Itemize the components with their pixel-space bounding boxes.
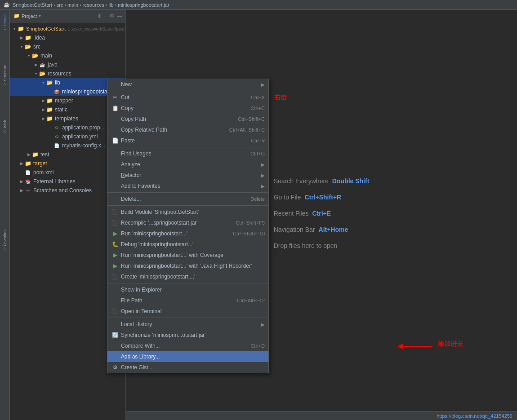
cm-sep5: [107, 283, 268, 283]
cm-run-jfr[interactable]: ▶ Run 'miniospringbootstart...' with 'Ja…: [107, 261, 268, 271]
cm-sep4: [107, 205, 268, 206]
java-icon: ☕: [39, 61, 46, 68]
sidebar-tab-favorites[interactable]: 2: Favorites: [2, 226, 8, 254]
cm-copy-rel-path[interactable]: Copy Relative Path Ctrl+Alt+Shift+C: [107, 124, 268, 135]
left-sidebar-strip: 1: Project 2: Structure 3: Web 2: Favori…: [0, 10, 10, 420]
yml-icon: ⚙: [53, 133, 60, 140]
goto-label: Go to File: [274, 191, 301, 203]
main-icon: 📂: [31, 52, 39, 59]
mapper-arrow: ▶: [40, 98, 46, 103]
cm-refactor[interactable]: Refactor ▶: [107, 170, 268, 181]
sidebar-tab-structure[interactable]: 2: Structure: [2, 61, 8, 89]
sidebar-tab-project[interactable]: 1: Project: [2, 10, 8, 34]
cm-open-terminal[interactable]: ⬛ Open in Terminal: [107, 306, 268, 317]
cm-analyze[interactable]: Analyze ▶: [107, 159, 268, 170]
tree-java[interactable]: ▶ ☕ java: [10, 60, 125, 69]
cm-recompile[interactable]: ⬛ Recompile '...springbootstart.jar' Ctr…: [107, 217, 268, 228]
goto-shortcut: Ctrl+Shift+R: [304, 191, 341, 203]
cm-sync-icon: 🔄: [111, 331, 119, 339]
cm-cut-icon: ✂: [111, 93, 119, 102]
cm-run-coverage[interactable]: ▶ Run 'miniospringbootstart...' with Cov…: [107, 250, 268, 261]
bc-lib: lib: [109, 2, 114, 8]
cm-new-icon: [111, 80, 119, 88]
annotation-rightclick: 右击: [274, 93, 287, 102]
bc-sep2: ›: [64, 2, 66, 8]
cm-cut[interactable]: ✂ Cut Ctrl+X: [107, 92, 268, 103]
cm-debug-icon: 🐛: [111, 240, 119, 248]
cm-recompile-shortcut: Ctrl+Shift+F9: [236, 220, 265, 225]
cm-fav-icon: [111, 182, 119, 190]
extlib-label: External Libraries: [33, 178, 75, 185]
tree-idea[interactable]: ▶ 📁 .idea: [10, 33, 125, 42]
recent-label: Recent Files: [274, 207, 309, 220]
tree-resources[interactable]: ▾ 📂 resources: [10, 69, 125, 78]
tree-root[interactable]: ▾ 📁 SringbootGetStart E:\zyxx_osy\workSp…: [10, 24, 125, 33]
welcome-panel: Search Everywhere Double Shift Go to Fil…: [274, 175, 370, 256]
idea-label: .idea: [33, 35, 45, 41]
cm-compare-shortcut: Ctrl+D: [251, 343, 265, 349]
cm-addlib-label: Add as Library...: [121, 354, 265, 360]
cm-delete-icon: [111, 195, 119, 203]
root-arrow: ▾: [12, 26, 17, 31]
cm-compare[interactable]: Compare With... Ctrl+D: [107, 340, 268, 351]
cm-create-gist[interactable]: ⚙ Create Gist...: [107, 362, 268, 373]
cm-add-library[interactable]: Add as Library...: [107, 351, 268, 362]
cm-copy-path[interactable]: Copy Path Ctrl+Shift+C: [107, 114, 268, 124]
cm-explorer-icon: [111, 286, 119, 294]
resources-arrow: ▾: [33, 71, 39, 76]
breadcrumb: SringbootGetStart › src › main › resourc…: [13, 2, 169, 8]
cm-sep2: [107, 147, 268, 147]
cm-run[interactable]: ▶ Run 'miniospringbootstart...' Ctrl+Shi…: [107, 228, 268, 239]
cm-run-icon: ▶: [111, 230, 119, 238]
cm-jfr-icon: ▶: [111, 262, 119, 270]
cm-delete-label: Delete...: [121, 196, 241, 202]
close-panel-icon[interactable]: —: [117, 13, 122, 19]
cm-delete[interactable]: Delete... Delete: [107, 194, 268, 204]
lib-arrow: ▾: [40, 80, 46, 85]
root-label: SringbootGetStart: [26, 26, 66, 31]
cm-show-explorer[interactable]: Show in Explorer: [107, 284, 268, 295]
cm-debug-label: Debug 'miniospringbootstart...': [121, 241, 265, 248]
cm-history-label: Local History: [121, 321, 258, 327]
cm-file-path[interactable]: File Path Ctrl+Alt+F12: [107, 295, 268, 306]
app-icon: ☕: [4, 2, 10, 8]
tree-main[interactable]: ▾ 📂 main: [10, 51, 125, 60]
cm-create-icon: ⬛: [111, 273, 119, 281]
sync-icon[interactable]: ⊕: [98, 13, 102, 19]
title-bar: ☕ SringbootGetStart › src › main › resou…: [0, 0, 517, 10]
cm-find-icon: [111, 150, 119, 158]
idea-arrow: ▶: [19, 35, 24, 40]
cm-local-history[interactable]: Local History ▶: [107, 319, 268, 330]
cm-paste-shortcut: Ctrl+V: [251, 138, 265, 143]
templates-arrow: ▶: [40, 116, 46, 121]
cm-synchronize[interactable]: 🔄 Synchronize 'miniosprin...otstart.jar': [107, 330, 268, 340]
cm-new-arrow: ▶: [261, 82, 265, 87]
navbar-label: Navigation Bar: [274, 223, 315, 236]
cm-coverage-label: Run 'miniospringbootstart...' with Cover…: [121, 252, 265, 258]
status-url: https://blog.csdn.net/qq_42154259: [437, 413, 513, 419]
target-label: target: [33, 160, 47, 167]
bc-src: src: [57, 2, 63, 8]
collapse-icon[interactable]: ≡: [104, 13, 107, 19]
cm-copy[interactable]: 📋 Copy Ctrl+C: [107, 103, 268, 114]
cm-paste[interactable]: 📄 Paste Ctrl+V: [107, 135, 268, 146]
cm-analyze-icon: [111, 160, 119, 168]
cm-coverage-icon: ▶: [111, 251, 119, 259]
cm-build-module[interactable]: ⬛ Build Module 'SringbootGetStart': [107, 207, 268, 217]
welcome-row-goto: Go to File Ctrl+Shift+R: [274, 191, 370, 203]
cm-add-favorites[interactable]: Add to Favorites ▶: [107, 181, 268, 191]
project-folder-icon: 📁: [13, 13, 20, 19]
cm-paste-label: Paste: [121, 137, 242, 144]
sidebar-tab-web[interactable]: 3: Web: [2, 116, 8, 136]
java-arrow: ▶: [33, 62, 39, 67]
settings-icon[interactable]: ⚙: [110, 13, 114, 19]
bc-main: main: [67, 2, 78, 8]
cm-find-shortcut: Ctrl+G: [250, 151, 265, 156]
cm-find-usages[interactable]: Find Usages Ctrl+G: [107, 148, 268, 159]
cm-new[interactable]: New ▶: [107, 79, 268, 90]
scratch-label: Scratches and Consoles: [33, 187, 92, 194]
project-dropdown-arrow[interactable]: ▾: [39, 13, 41, 18]
cm-debug[interactable]: 🐛 Debug 'miniospringbootstart...': [107, 239, 268, 250]
tree-src[interactable]: ▾ 📂 src: [10, 42, 125, 51]
cm-create[interactable]: ⬛ Create 'miniospringbootstart....': [107, 271, 268, 282]
